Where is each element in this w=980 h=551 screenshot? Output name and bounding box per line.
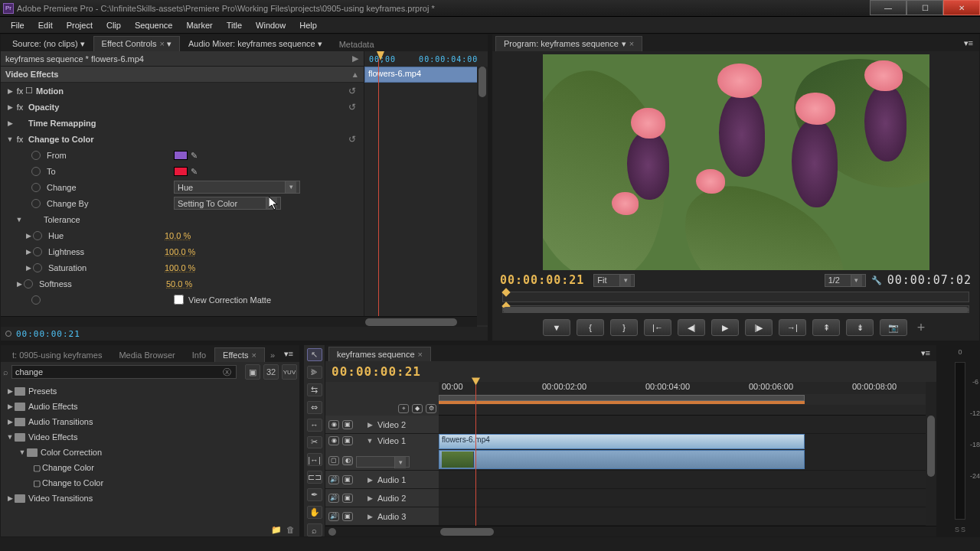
hue-value[interactable]: 10.0 % xyxy=(165,231,191,240)
view-matte-checkbox[interactable] xyxy=(174,295,184,305)
tab-overflow-icon[interactable]: » xyxy=(265,347,280,362)
audio-transitions-folder[interactable]: ▶Audio Transitions xyxy=(1,414,299,429)
tab-metadata[interactable]: Metadata xyxy=(331,37,383,51)
menu-project[interactable]: Project xyxy=(60,19,99,31)
ec-clip-bar[interactable]: flowers-6.mp4 xyxy=(364,67,488,83)
reset-icon[interactable]: ↺ xyxy=(348,134,359,145)
pen-tool[interactable]: ✒ xyxy=(307,488,322,501)
go-to-in-button[interactable]: |← xyxy=(644,319,671,336)
tab-source[interactable]: Source: (no clips)▾ xyxy=(4,36,93,51)
panel-menu-icon[interactable]: ▾≡ xyxy=(961,35,976,51)
tab-media-browser[interactable]: Media Browser xyxy=(110,347,183,362)
timeline-tracks[interactable]: 00:00 00:00:02:00 00:00:04:00 00:00:06:0… xyxy=(439,382,936,526)
audio-effects-folder[interactable]: ▶Audio Effects xyxy=(1,399,299,414)
tab-program[interactable]: Program: keyframes sequence▾× xyxy=(495,36,642,51)
speaker-icon[interactable]: 🔊 xyxy=(328,494,339,503)
timeline-ruler[interactable]: 00:00 00:00:02:00 00:00:04:00 00:00:06:0… xyxy=(439,382,936,394)
eye-icon[interactable]: ◉ xyxy=(328,436,339,445)
toggle-anim-icon[interactable] xyxy=(31,151,41,160)
scrollbar-v[interactable] xyxy=(926,382,936,526)
menu-window[interactable]: Window xyxy=(250,19,292,31)
yuv-icon[interactable]: YUV xyxy=(282,364,297,380)
lane-video1[interactable]: flowers-6.mp4 xyxy=(439,434,936,471)
reset-icon[interactable]: ↺ xyxy=(348,86,359,96)
menu-help[interactable]: Help xyxy=(293,19,323,31)
razor-tool[interactable]: ✂ xyxy=(307,436,322,449)
track-header-video2[interactable]: ◉▣▶Video 2 xyxy=(325,416,439,434)
lane-audio3[interactable] xyxy=(439,507,936,526)
menu-sequence[interactable]: Sequence xyxy=(129,19,179,31)
video-transitions-folder[interactable]: ▶Video Transitions xyxy=(1,491,299,506)
toggle-anim-icon[interactable] xyxy=(24,279,33,289)
tab-info[interactable]: Info xyxy=(184,347,214,362)
track-select-tool[interactable]: ⫸ xyxy=(307,366,322,379)
snap-icon[interactable]: ⌖ xyxy=(398,404,409,413)
fx-badge-icon[interactable]: ▣ xyxy=(245,364,260,380)
export-frame-button[interactable]: 📷 xyxy=(880,319,907,336)
program-preview[interactable] xyxy=(543,54,929,270)
marker-icon[interactable]: ◆ xyxy=(412,404,423,413)
change-dropdown[interactable]: Hue xyxy=(174,181,300,194)
track-header-audio2[interactable]: 🔊▣▶Audio 2 xyxy=(325,489,439,507)
new-bin-icon[interactable]: 📁 xyxy=(271,525,282,535)
tab-effects[interactable]: Effects× xyxy=(214,347,265,362)
solo-buttons[interactable]: SS xyxy=(955,526,965,533)
32bit-icon[interactable]: 32 xyxy=(263,364,279,380)
tab-project[interactable]: t: 0905-using keyframes xyxy=(4,347,110,362)
close-button[interactable]: ✕ xyxy=(943,0,980,15)
selection-tool[interactable]: ↖ xyxy=(307,348,322,361)
softness-value[interactable]: 50.0 % xyxy=(166,279,192,289)
track-header-audio3[interactable]: 🔊▣▶Audio 3 xyxy=(325,507,439,526)
clip-flowers[interactable]: flowers-6.mp4 xyxy=(439,434,805,449)
toggle-anim-icon[interactable] xyxy=(33,231,42,240)
delete-icon[interactable]: 🗑 xyxy=(286,525,295,535)
reset-icon[interactable]: ↺ xyxy=(348,102,359,112)
lightness-value[interactable]: 100.0 % xyxy=(165,247,195,256)
eyedropper-icon[interactable]: ✎ xyxy=(191,167,200,176)
toggle-anim-icon[interactable] xyxy=(33,247,42,256)
effect-controls-timeline[interactable]: 00;00 00:00:04:00 flowers-6.mp4 xyxy=(364,51,488,325)
lane-audio1[interactable] xyxy=(439,471,936,489)
tab-sequence[interactable]: keyframes sequence× xyxy=(328,347,431,361)
menu-file[interactable]: File xyxy=(5,19,31,31)
lane-audio2[interactable] xyxy=(439,489,936,507)
set-out-button[interactable]: } xyxy=(610,319,638,336)
lane-video2[interactable] xyxy=(439,416,936,434)
menu-clip[interactable]: Clip xyxy=(100,19,127,31)
toggle-anim-icon[interactable] xyxy=(31,199,41,208)
ec-timecode[interactable]: 00:00:00:21 xyxy=(16,329,80,339)
go-to-out-button[interactable]: →| xyxy=(779,319,806,336)
effects-search-input[interactable] xyxy=(11,365,237,379)
program-scroll[interactable] xyxy=(502,305,970,313)
step-fwd-button[interactable]: |▶ xyxy=(745,319,773,336)
panel-menu-icon[interactable]: ▾≡ xyxy=(281,346,296,362)
settings-icon[interactable]: ⚙ xyxy=(426,404,436,413)
menu-marker[interactable]: Marker xyxy=(180,19,218,31)
eyedropper-icon[interactable]: ✎ xyxy=(191,151,200,160)
toggle-anim-icon[interactable] xyxy=(33,263,42,272)
fx-change-to-color[interactable]: ▼fxChange to Color↺ xyxy=(1,131,364,147)
track-header-audio1[interactable]: 🔊▣▶Audio 1 xyxy=(325,471,439,489)
toggle-anim-icon[interactable] xyxy=(31,183,41,192)
ec-scroll-h[interactable] xyxy=(1,316,477,327)
speaker-icon[interactable]: 🔊 xyxy=(328,475,339,484)
video-effects-folder[interactable]: ▼Video Effects xyxy=(1,429,299,445)
step-back-button[interactable]: ◀| xyxy=(678,319,705,336)
fit-dropdown[interactable]: Fit xyxy=(593,274,635,287)
track-header-video1[interactable]: ◉▣▼Video 1 ▢◐ xyxy=(325,434,439,471)
add-button-icon[interactable]: + xyxy=(913,320,929,336)
timeline-scroll-h[interactable] xyxy=(325,526,936,536)
maximize-button[interactable]: ☐ xyxy=(906,0,943,15)
mark-in-button[interactable]: ▼ xyxy=(543,319,570,336)
fx-opacity[interactable]: ▶fxOpacity↺ xyxy=(1,99,364,115)
to-color-swatch[interactable] xyxy=(174,167,188,176)
from-color-swatch[interactable] xyxy=(174,151,188,160)
fx-time-remapping[interactable]: ▶Time Remapping xyxy=(1,115,364,131)
effect-change-to-color[interactable]: ▢Change to Color xyxy=(1,475,299,491)
scrollbar-v[interactable] xyxy=(477,67,488,325)
presets-folder[interactable]: ▶Presets xyxy=(1,383,299,399)
panel-menu-icon[interactable]: ▾≡ xyxy=(918,345,933,361)
tab-audio-mixer[interactable]: Audio Mixer: keyframes sequence▾ xyxy=(180,36,331,51)
toggle-anim-icon[interactable] xyxy=(31,295,41,305)
zoom-dropdown[interactable]: 1/2 xyxy=(825,274,866,287)
